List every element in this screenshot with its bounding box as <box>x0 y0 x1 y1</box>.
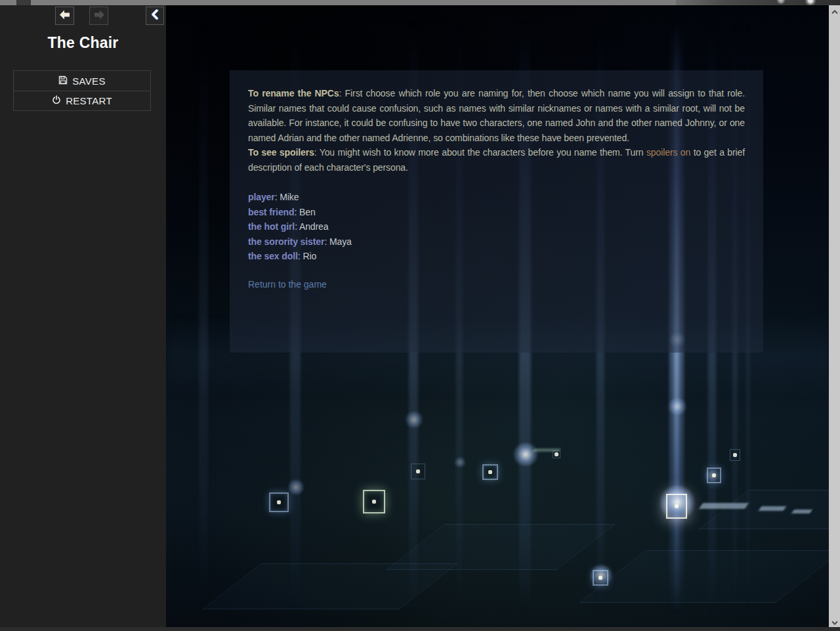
glow-node <box>404 411 424 428</box>
floor-plate <box>699 490 829 529</box>
role-name: Maya <box>329 236 352 247</box>
light-beam <box>199 5 208 627</box>
chevron-left-icon <box>150 9 159 22</box>
role-row-sorority-sister: the sorority sister: Maya <box>248 234 745 250</box>
story-area: To rename the NPCs: First choose which r… <box>166 5 829 627</box>
glow-node <box>453 457 467 468</box>
arrow-right-icon <box>94 10 104 22</box>
role-name: Andrea <box>299 221 329 232</box>
floppy-disk-icon <box>58 76 68 87</box>
game-window: The Chair SAVES RESTART <box>0 0 840 631</box>
role-name: Rio <box>303 251 316 261</box>
window-edge-strip <box>0 0 840 5</box>
instructions-spoilers: To see spoilers: You might wish to know … <box>248 145 745 175</box>
sidebar: The Chair SAVES RESTART <box>0 5 166 627</box>
scrollbar[interactable] <box>829 5 840 627</box>
circuit-square <box>707 468 721 483</box>
circuit-square <box>269 492 289 512</box>
scrollbar-up-button[interactable] <box>829 5 840 16</box>
circuit-square <box>666 494 687 519</box>
role-label: the hot girl <box>248 221 295 232</box>
circuit-square <box>730 449 740 461</box>
role-row-best-friend: best friend: Ben <box>248 205 745 220</box>
history-back-button[interactable] <box>55 7 74 25</box>
circuit-square <box>363 490 385 513</box>
role-label: player <box>248 192 275 202</box>
role-row-sex-doll: the sex doll: Rio <box>248 249 745 264</box>
sidebar-menu: SAVES RESTART <box>13 70 151 111</box>
circuit-square <box>482 464 498 480</box>
window-edge-decoration <box>676 0 840 5</box>
passage-box: To rename the NPCs: First choose which r… <box>230 70 763 353</box>
restart-button[interactable]: RESTART <box>14 91 150 110</box>
role-list: player: Mike best friend: Ben the hot gi… <box>248 190 745 264</box>
role-name: Mike <box>280 192 299 202</box>
sidebar-collapse-button[interactable] <box>146 7 164 25</box>
instructions-rename: To rename the NPCs: First choose which r… <box>248 86 745 145</box>
role-label: the sorority sister <box>248 236 324 247</box>
circuit-trace <box>532 448 560 452</box>
role-separator: : <box>324 236 329 247</box>
saves-button[interactable]: SAVES <box>14 71 150 91</box>
scrollbar-down-button[interactable] <box>829 616 840 627</box>
role-name: Ben <box>299 207 316 217</box>
glow-node <box>287 479 305 495</box>
chevron-down-icon <box>831 616 838 628</box>
game-title: The Chair <box>0 34 166 52</box>
history-forward-button[interactable] <box>89 7 108 25</box>
rename-lead: To rename the NPCs <box>248 88 339 98</box>
saves-button-label: SAVES <box>72 76 105 87</box>
role-separator: : <box>294 207 299 217</box>
chevron-up-icon <box>831 5 838 17</box>
floor-plate <box>579 550 829 603</box>
role-row-hot-girl: the hot girl: Andrea <box>248 219 745 234</box>
spoilers-lead: To see spoilers <box>248 147 314 158</box>
role-label: the sex doll <box>248 251 298 261</box>
return-to-game-link[interactable]: Return to the game <box>248 279 327 290</box>
floor-plate <box>202 563 458 609</box>
role-row-player: player: Mike <box>248 190 745 205</box>
spoilers-before-link: : You might wish to know more about the … <box>314 147 646 158</box>
glow-node <box>512 443 539 466</box>
spoilers-on-link[interactable]: spoilers on <box>646 147 690 158</box>
restart-button-label: RESTART <box>66 95 112 106</box>
glow-node <box>667 398 688 415</box>
window-bottom-strip <box>0 627 840 631</box>
role-label: best friend <box>248 207 294 217</box>
window-edge-tab <box>16 0 31 5</box>
role-separator: : <box>295 221 299 232</box>
power-icon <box>52 95 61 106</box>
circuit-square <box>411 464 425 479</box>
arrow-left-icon <box>60 10 70 22</box>
